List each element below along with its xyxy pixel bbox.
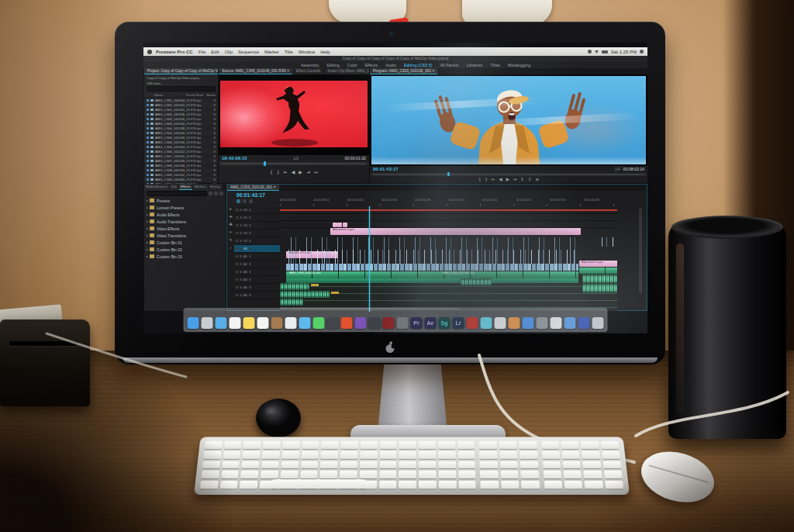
track-lock-icon[interactable] (236, 247, 238, 250)
audio-waveform-clip[interactable] (280, 291, 330, 298)
project-clip-row[interactable]: AMG_C301_010102_001 23.976 fps V (144, 102, 218, 107)
dock-icon[interactable] (578, 317, 590, 329)
effects-folder-row[interactable]: ▸ Custom Bin 01 (144, 239, 226, 246)
bluetooth-icon[interactable] (588, 50, 592, 54)
dock-icon[interactable] (285, 317, 297, 329)
source-tab[interactable]: Source: AMG_C345_010149_001.R3D × (219, 68, 292, 74)
vertical-scrollbar[interactable] (639, 208, 642, 293)
track-target-icon[interactable] (249, 232, 251, 234)
menu-item[interactable]: Sequence (238, 50, 259, 54)
apple-menu-icon[interactable] (147, 50, 152, 54)
timeline-tab[interactable]: AMG_C303_010130_001 × (227, 185, 279, 191)
transport-button[interactable]: ◀ (292, 170, 295, 174)
disclosure-arrow-icon[interactable]: ▸ (147, 206, 148, 209)
transport-button[interactable]: } (485, 178, 488, 181)
transport-button[interactable]: ⇥ (306, 170, 310, 174)
track-target-icon[interactable] (249, 247, 251, 250)
dock-icon[interactable]: Ae (425, 317, 437, 329)
effects-folder-row[interactable]: ▸ Audio Effects (144, 211, 226, 218)
project-clip-row[interactable]: AMG_C302_010110_001 23.976 fps V (144, 107, 218, 112)
video-clip-row[interactable] (286, 264, 578, 271)
track-target-icon[interactable] (249, 263, 251, 265)
dock-icon[interactable] (383, 317, 395, 329)
menu-item[interactable]: File (198, 50, 206, 54)
effects-tab[interactable]: Markers (193, 184, 208, 190)
track-lock-icon[interactable] (236, 209, 238, 211)
pink-marker-clip[interactable] (343, 223, 347, 227)
workspace-tab[interactable]: Metalogging (504, 63, 534, 67)
source-scrubber[interactable] (219, 161, 369, 166)
track-target-icon[interactable] (249, 271, 251, 273)
disclosure-arrow-icon[interactable]: ▸ (147, 199, 148, 202)
effects-folder-row[interactable]: ▸ Audio Transitions (144, 218, 226, 225)
tool-icon[interactable]: ▸ (230, 206, 232, 211)
track-target-icon[interactable] (249, 240, 251, 242)
audio-track-header[interactable]: A4 (234, 276, 280, 284)
effects-tab[interactable]: Media Browser (144, 184, 169, 190)
track-visibility-icon[interactable] (240, 240, 242, 242)
disclosure-arrow-icon[interactable]: ▸ (147, 212, 148, 216)
dock-icon[interactable] (523, 317, 534, 329)
menu-item[interactable]: Clip (225, 50, 233, 54)
adjustment-layer-clip-right[interactable]: Adjustment Layer (579, 261, 617, 267)
transport-button[interactable]: ⇤ (492, 178, 495, 181)
dock-icon[interactable] (313, 317, 325, 329)
menu-item[interactable]: Title (285, 50, 293, 54)
menu-item[interactable]: Edit (211, 50, 219, 54)
track-solo-icon[interactable] (240, 271, 242, 273)
track-visibility-icon[interactable] (240, 232, 242, 234)
project-clip-row[interactable]: AMG_C302_010118_001 23.976 fps V (144, 112, 218, 116)
track-lock-icon[interactable] (236, 240, 238, 242)
source-tab[interactable]: Audio Clip Mixer: AMG_C303_010130_001 (324, 68, 369, 74)
playhead[interactable] (369, 206, 370, 312)
audio-waveform-clip[interactable] (582, 275, 617, 283)
dock-icon[interactable] (188, 317, 199, 329)
track-mute-icon[interactable] (236, 255, 238, 257)
effects-folder-row[interactable]: ▸ Custom Bin 03 (144, 253, 226, 260)
video-track-header[interactable]: V6 (234, 206, 280, 214)
effects-search-input[interactable] (147, 191, 207, 196)
source-zoom-level[interactable]: 1/2 (293, 157, 299, 161)
track-mute-icon[interactable] (236, 271, 238, 273)
dock-icon[interactable] (257, 317, 269, 329)
dock-icon[interactable] (592, 317, 604, 329)
disclosure-arrow-icon[interactable]: ▸ (147, 247, 148, 251)
track-lock-icon[interactable] (236, 216, 238, 219)
dock-icon[interactable] (369, 317, 381, 329)
app-menu-title[interactable]: Premiere Pro CC (156, 50, 193, 54)
track-solo-icon[interactable] (240, 263, 242, 265)
program-tab[interactable]: Program: AMG_C303_010130_001 × (370, 68, 437, 74)
workspace-tab[interactable]: Libraries (462, 63, 486, 67)
fx-filter-button[interactable] (214, 192, 218, 195)
snap-icon[interactable] (236, 199, 240, 203)
marker-icon[interactable] (243, 199, 247, 203)
dock-icon[interactable] (481, 317, 492, 329)
tool-icon[interactable]: ✚ (229, 222, 232, 226)
settings-wrench-icon[interactable] (249, 199, 253, 203)
dock-icon[interactable] (243, 317, 255, 329)
tool-icon[interactable]: ⌕ (230, 245, 232, 250)
effects-folder-row[interactable]: ▸ Presets (144, 197, 226, 204)
workspace-tab[interactable]: Effects (361, 63, 381, 67)
effects-tab[interactable]: Info (170, 184, 178, 190)
transport-button[interactable]: ↥ (520, 178, 524, 181)
track-visibility-icon[interactable] (240, 216, 242, 219)
adjustment-layer-clip[interactable]: Adjustment Layer (330, 228, 581, 235)
dock-icon[interactable] (509, 317, 520, 329)
project-search-input[interactable] (147, 86, 216, 92)
track-target-icon[interactable] (249, 216, 251, 219)
workspace-tab[interactable]: Audio (381, 63, 400, 67)
audio-track-header[interactable]: A1 (234, 253, 280, 261)
dock-icon[interactable] (551, 317, 562, 329)
dock-icon[interactable] (495, 317, 506, 329)
track-target-icon[interactable] (249, 278, 251, 281)
dock-icon[interactable]: Pr (411, 317, 423, 329)
track-solo-icon[interactable] (240, 255, 242, 257)
menu-item[interactable]: Window (299, 50, 315, 54)
disclosure-arrow-icon[interactable]: ▸ (147, 219, 148, 223)
track-visibility-icon[interactable] (240, 224, 242, 226)
workspace-tab[interactable]: Assembly (297, 63, 323, 67)
project-clip-row[interactable]: AMG_C301_010034_001 23.976 fps V (144, 98, 218, 102)
project-clip-row[interactable]: AMG_C307_010220_001 23.976 fps V (144, 154, 218, 158)
dock-icon[interactable] (299, 317, 311, 329)
